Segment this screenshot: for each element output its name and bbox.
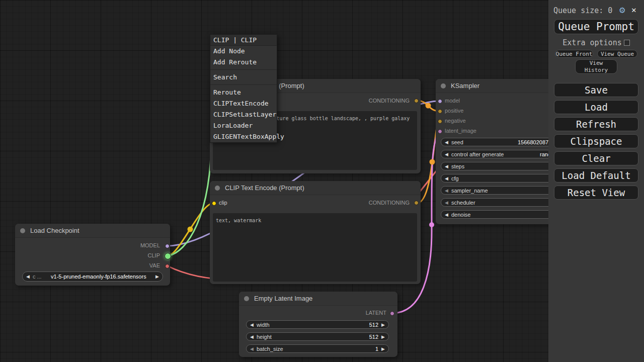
height-widget[interactable]: ◀ height 512 ▶ <box>246 332 389 341</box>
menu-item-gligentextboxapply[interactable]: GLIGENTextBoxApply <box>210 131 277 142</box>
refresh-button[interactable]: Refresh <box>554 117 638 131</box>
load-button[interactable]: Load <box>554 100 638 114</box>
context-menu-title: CLIP | CLIP <box>210 35 277 46</box>
collapse-dot-icon[interactable] <box>215 186 220 191</box>
decrement-arrow-icon[interactable]: ◀ <box>445 200 448 205</box>
queue-front-button[interactable]: Queue Front <box>555 50 593 58</box>
wire-clip-dragging <box>168 137 211 256</box>
widget-label: width <box>257 322 270 328</box>
port-model-input-dot[interactable] <box>438 99 442 104</box>
view-history-button[interactable]: View History <box>575 59 617 74</box>
increment-arrow-icon[interactable]: ▶ <box>155 274 159 279</box>
node-header[interactable]: Empty Latent Image <box>239 292 397 306</box>
port-clip-input-dot[interactable] <box>212 201 216 206</box>
extra-options-row: Extra options <box>548 38 644 47</box>
widget-label: batch_size <box>257 346 283 352</box>
node-empty-latent-image[interactable]: Empty Latent Image LATENT ◀ width 512 ▶ … <box>239 292 397 357</box>
port-clip-output-dot-active[interactable] <box>165 253 171 259</box>
menu-item-add-reroute[interactable]: Add Reroute <box>210 57 277 68</box>
load-default-button[interactable]: Load Default <box>554 168 638 183</box>
settings-gear-icon[interactable]: ⚙ <box>619 4 625 15</box>
collapse-dot-icon[interactable] <box>441 83 446 88</box>
output-label-model: MODEL <box>140 242 160 248</box>
menu-separator <box>210 68 277 70</box>
ckpt-name-widget[interactable]: ◀ c ... v1-5-pruned-emaonly-fp16.safeten… <box>22 272 163 282</box>
decrement-arrow-icon[interactable]: ◀ <box>445 152 448 157</box>
node-header[interactable]: Load Checkpoint <box>15 224 170 238</box>
widget-label: sampler_name <box>451 188 488 194</box>
clear-button[interactable]: Clear <box>554 151 638 165</box>
output-label-clip: CLIP <box>148 252 160 258</box>
port-vae-output-dot[interactable] <box>165 264 170 268</box>
node-header[interactable]: CLIP Text Encode (Prompt) <box>210 181 421 195</box>
view-history-line1: View <box>590 60 603 67</box>
port-positive-input-dot[interactable] <box>438 109 442 114</box>
decrement-arrow-icon[interactable]: ◀ <box>250 334 254 339</box>
port-latent-output-dot[interactable] <box>390 311 394 316</box>
queue-size-label: Queue size: 0 <box>553 6 612 15</box>
output-label-latent: LATENT <box>366 310 386 316</box>
node-title: CLIP Text Encode (Prompt) <box>225 184 304 192</box>
port-model-output-dot[interactable] <box>165 244 170 248</box>
menu-item-search[interactable]: Search <box>210 72 277 83</box>
extra-options-checkbox[interactable] <box>624 40 630 46</box>
prompt-textarea[interactable]: text, watermark <box>213 213 417 282</box>
port-conditioning-output-dot[interactable] <box>414 201 419 205</box>
decrement-arrow-icon[interactable]: ◀ <box>445 164 448 169</box>
increment-arrow-icon[interactable]: ▶ <box>381 322 385 327</box>
increment-arrow-icon[interactable]: ▶ <box>381 334 385 339</box>
link-dot-conditioning-positive <box>426 103 431 109</box>
output-label-vae: VAE <box>149 262 160 268</box>
node-graph-canvas[interactable]: CLIP Text Encode (Prompt) CONDITIONING b… <box>0 0 644 362</box>
link-dot-latent <box>429 222 434 227</box>
menu-item-clipsetlastlayer[interactable]: CLIPSetLastLayer <box>210 109 277 120</box>
node-title: Empty Latent Image <box>254 295 312 302</box>
width-widget[interactable]: ◀ width 512 ▶ <box>246 320 389 329</box>
view-history-line2: History <box>585 67 608 74</box>
widget-label: height <box>257 334 272 340</box>
decrement-arrow-icon[interactable]: ◀ <box>250 322 254 327</box>
menu-separator <box>210 83 277 85</box>
input-label-positive: positive <box>445 108 463 114</box>
decrement-arrow-icon[interactable]: ◀ <box>445 176 448 181</box>
decrement-arrow-icon[interactable]: ◀ <box>445 188 448 193</box>
node-load-checkpoint[interactable]: Load Checkpoint MODEL CLIP VAE ◀ c ... v… <box>15 224 170 286</box>
menu-item-loraloader[interactable]: LoraLoader <box>210 120 277 131</box>
menu-item-add-node[interactable]: Add Node <box>210 46 277 57</box>
decrement-arrow-icon[interactable]: ◀ <box>445 140 448 145</box>
port-negative-input-dot[interactable] <box>438 119 442 124</box>
node-clip-text-encode-negative[interactable]: CLIP Text Encode (Prompt) clip CONDITION… <box>210 181 421 284</box>
context-menu: CLIP | CLIP Add Node Add Reroute Search … <box>210 34 277 143</box>
widget-value: 1 <box>375 346 378 352</box>
widget-label: steps <box>451 163 464 169</box>
batch-size-widget[interactable]: ◀ batch_size 1 ▶ <box>246 344 389 353</box>
menu-sidebar: Queue size: 0 ⚙ ✕ Queue Prompt Extra opt… <box>548 0 644 362</box>
port-conditioning-output-dot[interactable] <box>414 99 419 103</box>
widget-value: v1-5-pruned-emaonly-fp16.safetensors <box>51 274 146 280</box>
clipspace-button[interactable]: Clipspace <box>554 134 638 148</box>
widget-value: 512 <box>369 334 378 340</box>
collapse-dot-icon[interactable] <box>244 296 249 301</box>
input-label-model: model <box>445 98 460 104</box>
port-latent-image-input-dot[interactable] <box>438 129 442 134</box>
extra-options-label: Extra options <box>562 38 621 47</box>
reset-view-button[interactable]: Reset View <box>554 186 638 200</box>
decrement-arrow-icon[interactable]: ◀ <box>26 274 30 279</box>
decrement-arrow-icon[interactable]: ◀ <box>445 212 448 217</box>
collapse-dot-icon[interactable] <box>20 228 25 233</box>
node-title: KSampler <box>451 82 479 89</box>
decrement-arrow-icon[interactable]: ◀ <box>250 346 254 351</box>
increment-arrow-icon[interactable]: ▶ <box>381 346 385 351</box>
link-dot-conditioning-negative <box>430 159 435 165</box>
close-icon[interactable]: ✕ <box>631 5 636 15</box>
queue-prompt-button[interactable]: Queue Prompt <box>554 19 638 34</box>
output-label-conditioning: CONDITIONING <box>369 98 410 104</box>
view-queue-button[interactable]: View Queue <box>597 50 637 58</box>
menu-item-reroute[interactable]: Reroute <box>210 87 277 98</box>
node-title: Load Checkpoint <box>30 227 79 234</box>
menu-item-cliptextencode[interactable]: CLIPTextEncode <box>210 98 277 109</box>
input-label-latent-image: latent_image <box>445 128 476 134</box>
link-dot-clip <box>188 227 193 232</box>
widget-label: denoise <box>451 212 471 218</box>
save-button[interactable]: Save <box>554 83 638 97</box>
